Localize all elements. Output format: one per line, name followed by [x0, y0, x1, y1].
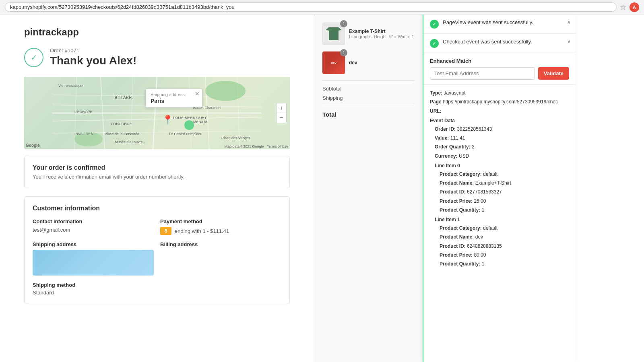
li1-price-value: 80.00	[474, 252, 486, 258]
type-value: Javascript	[444, 90, 465, 96]
svg-text:L'EUROPE: L'EUROPE	[74, 110, 93, 114]
li0-name-line: Product Name: Example+T-Shirt	[430, 179, 569, 187]
page-label: Page	[430, 99, 442, 105]
li1-qty-line: Product Quantity: 1	[430, 260, 569, 268]
shipping-address-section: Shipping address	[33, 241, 154, 276]
svg-text:FOLIE-MÉRICOURT: FOLIE-MÉRICOURT	[173, 116, 207, 120]
map-zoom-controls: + −	[276, 103, 287, 123]
summary-divider-2	[322, 106, 415, 106]
product-name-1: Example T-Shirt	[349, 29, 415, 34]
user-avatar[interactable]: A	[630, 2, 639, 12]
li0-price-value: 25.00	[474, 198, 486, 204]
li1-name-line: Product Name: dev	[430, 233, 569, 241]
bookmark-icon[interactable]: ☆	[620, 3, 626, 12]
li1-id-label: Product ID:	[440, 243, 466, 249]
svg-text:INVALIDES: INVALIDES	[74, 132, 93, 136]
confirmed-title: Your order is confirmed	[33, 164, 281, 171]
svg-point-14	[184, 120, 194, 130]
value-line: Value: 111.41	[430, 134, 569, 142]
product-quantity-badge-1: 1	[340, 20, 347, 27]
value-label: Value:	[435, 135, 449, 141]
value-value: 111.41	[450, 135, 465, 141]
li1-qty-value: 1	[482, 261, 485, 267]
plugin-panel: ✓ PageView event was sent successfully. …	[423, 14, 576, 362]
subtotal-row: Subtotal	[322, 86, 415, 92]
enhanced-match-title: Enhanced Match	[430, 58, 569, 64]
shipping-method-value: Standard	[33, 290, 281, 296]
checkout-check-icon: ✓	[430, 39, 439, 48]
map-background: 9TH ARR. 10TH ARR. L'EUROPE INVALIDES Bu…	[24, 77, 290, 149]
li1-category-label: Product Category:	[440, 225, 482, 231]
shipping-method-label: Shipping method	[33, 282, 281, 288]
map-container: 9TH ARR. 10TH ARR. L'EUROPE INVALIDES Bu…	[24, 77, 290, 149]
validate-button[interactable]: Validate	[538, 67, 569, 80]
total-label: Total	[322, 111, 336, 118]
map-pin-icon: 📍	[162, 115, 173, 125]
li1-price-label: Product Price:	[440, 252, 473, 258]
product-item-1: 1 Example T-Shirt Lithograph - Height: 9…	[322, 23, 415, 45]
payment-info-value: ending with 1 - $111.41	[175, 228, 229, 234]
test-email-input[interactable]	[430, 67, 535, 80]
line-item-0-header: Line Item 0	[430, 162, 569, 170]
customer-info-grid: Contact information test@gmail.com Payme…	[33, 218, 281, 276]
google-logo: Google	[26, 143, 39, 148]
zoom-in-button[interactable]: +	[277, 103, 286, 113]
enhanced-match-section: Enhanced Match Validate	[423, 53, 576, 85]
url-label: URL:	[430, 108, 442, 114]
url-bar[interactable]: kapp.myshopify.com/52730953919/checkouts…	[5, 2, 617, 12]
product-image-wrap-1: 1	[322, 23, 345, 45]
svg-text:9TH ARR.: 9TH ARR.	[115, 95, 133, 100]
zoom-out-button[interactable]: −	[277, 113, 286, 123]
type-line: Type: Javascript	[430, 89, 569, 97]
li0-qty-line: Product Quantity: 1	[430, 206, 569, 214]
checkout-collapse-button[interactable]: ∨	[567, 39, 571, 44]
popup-title: Shipping address	[151, 92, 197, 97]
order-header: ✓ Order #1071 Thank you Alex!	[24, 47, 290, 67]
shipping-address-label: Shipping address	[33, 241, 154, 247]
li0-category-label: Product Category:	[440, 171, 482, 177]
svg-point-12	[205, 81, 246, 101]
map-attribution: Map data ©2021 Google Terms of Use	[224, 144, 288, 148]
product-variant-1: Lithograph - Height: 9" x Width: 1	[349, 34, 415, 39]
li0-id-line: Product ID: 6277081563327	[430, 188, 569, 196]
order-qty-value: 2	[472, 144, 475, 150]
payment-icon: B	[160, 227, 171, 235]
event-data-header: Event Data	[430, 117, 569, 125]
popup-close-button[interactable]: ✕	[195, 90, 200, 97]
contact-info-label: Contact information	[33, 218, 154, 224]
currency-label: Currency:	[435, 153, 458, 159]
checkout-event-text: Checkout event was sent successfully.	[443, 39, 569, 45]
pageview-event-text: PageView event was sent successfully.	[443, 19, 569, 25]
li1-id-value: 6240828883135	[467, 243, 502, 249]
pageview-collapse-button[interactable]: ∧	[567, 19, 571, 25]
svg-text:Place de la Concorde: Place de la Concorde	[105, 132, 139, 136]
shipping-label: Shipping	[322, 95, 343, 101]
customer-info-title: Customer information	[33, 205, 281, 212]
subtotal-label: Subtotal	[322, 86, 342, 92]
confirmed-description: You'll receive a confirmation email with…	[33, 174, 281, 180]
browser-chrome: kapp.myshopify.com/52730953919/checkouts…	[0, 0, 644, 14]
billing-address-label: Billing address	[160, 241, 281, 247]
type-label: Type:	[430, 90, 442, 96]
li0-name-value: Example+T-Shirt	[475, 180, 511, 186]
summary-divider-1	[322, 80, 415, 81]
order-check-icon: ✓	[24, 48, 43, 67]
main-layout: pintrackapp ✓ Order #1071 Thank you Alex…	[0, 14, 644, 362]
order-number: Order #1071	[50, 47, 136, 53]
svg-text:Place des Vosges: Place des Vosges	[221, 136, 250, 140]
order-qty-line: Order Quantity: 2	[430, 143, 569, 151]
shipping-address-blurred	[33, 250, 154, 276]
li0-price-label: Product Price:	[440, 198, 473, 204]
product-details-2: dev	[349, 60, 415, 66]
li0-qty-value: 1	[482, 207, 485, 213]
event-data-section: Type: Javascript Page https://pintrackap…	[423, 85, 576, 273]
product-details-1: Example T-Shirt Lithograph - Height: 9" …	[349, 29, 415, 39]
li0-name-label: Product Name:	[440, 180, 474, 186]
pageview-event-row: ✓ PageView event was sent successfully. …	[423, 14, 576, 34]
total-row: Total	[322, 111, 415, 118]
li0-qty-label: Product Quantity:	[440, 207, 480, 213]
li1-price-line: Product Price: 80.00	[430, 251, 569, 259]
map-popup: Shipping address Paris ✕	[146, 89, 202, 107]
popup-city: Paris	[151, 98, 197, 104]
svg-text:Vie romantique: Vie romantique	[58, 84, 83, 88]
